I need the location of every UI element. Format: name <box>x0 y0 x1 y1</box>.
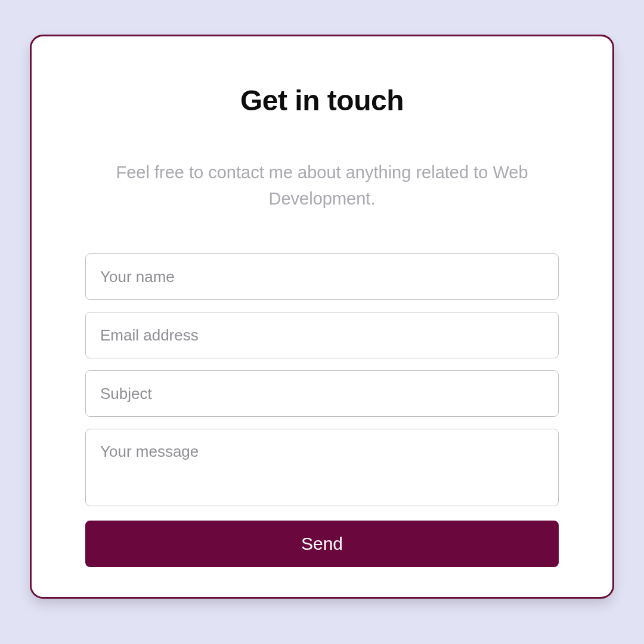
contact-form: Send <box>85 253 559 567</box>
send-button[interactable]: Send <box>85 521 559 567</box>
contact-card: Get in touch Feel free to contact me abo… <box>30 35 614 599</box>
page-title: Get in touch <box>85 84 559 117</box>
message-textarea[interactable] <box>85 429 559 506</box>
email-input[interactable] <box>85 312 559 358</box>
name-input[interactable] <box>85 253 559 300</box>
page-subtitle: Feel free to contact me about anything r… <box>85 160 559 212</box>
subject-input[interactable] <box>85 370 559 417</box>
